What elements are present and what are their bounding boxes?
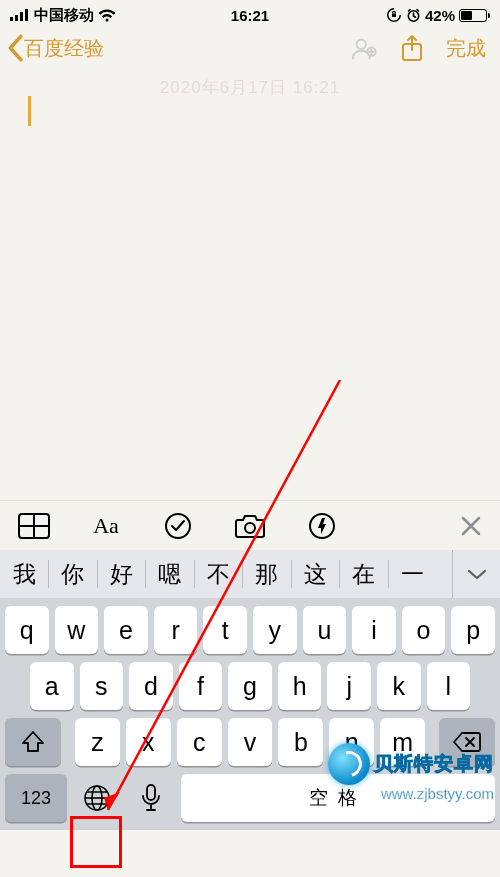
- candidate-word[interactable]: 我: [0, 559, 48, 590]
- note-date-hint: 2020年6月17日 16:21: [0, 74, 500, 99]
- candidate-word[interactable]: 不: [194, 559, 242, 590]
- portrait-lock-icon: [386, 7, 402, 23]
- chevron-left-icon: [6, 34, 24, 62]
- notes-toolbar: Aa: [0, 500, 500, 550]
- candidate-word[interactable]: 一: [388, 559, 436, 590]
- signal-icon: [10, 9, 30, 21]
- candidate-word[interactable]: 好: [97, 559, 145, 590]
- key-g[interactable]: g: [228, 662, 272, 710]
- key-c[interactable]: c: [177, 718, 222, 766]
- svg-point-12: [166, 514, 190, 538]
- key-s[interactable]: s: [80, 662, 124, 710]
- close-keyboard-icon[interactable]: [460, 515, 482, 537]
- collaborate-icon[interactable]: [350, 34, 378, 62]
- key-e[interactable]: e: [104, 606, 148, 654]
- svg-rect-3: [25, 9, 28, 21]
- key-n[interactable]: n: [329, 718, 374, 766]
- text-cursor: [28, 96, 31, 126]
- candidate-word[interactable]: 嗯: [146, 559, 194, 590]
- key-y[interactable]: y: [253, 606, 297, 654]
- camera-icon[interactable]: [234, 511, 266, 541]
- key-u[interactable]: u: [303, 606, 347, 654]
- svg-rect-4: [392, 14, 396, 18]
- key-p[interactable]: p: [451, 606, 495, 654]
- key-r[interactable]: r: [154, 606, 198, 654]
- svg-point-6: [357, 40, 366, 49]
- globe-key[interactable]: [73, 774, 121, 822]
- alarm-icon: [406, 8, 421, 23]
- key-l[interactable]: l: [427, 662, 471, 710]
- numbers-key[interactable]: 123: [5, 774, 67, 822]
- done-button[interactable]: 完成: [446, 35, 486, 62]
- share-icon[interactable]: [398, 34, 426, 62]
- key-z[interactable]: z: [75, 718, 120, 766]
- markup-icon[interactable]: [306, 511, 338, 541]
- battery-percent: 42%: [425, 7, 455, 24]
- key-v[interactable]: v: [228, 718, 273, 766]
- status-bar: 中国移动 16:21 42%: [0, 0, 500, 26]
- svg-rect-1: [15, 15, 18, 21]
- space-key[interactable]: 空格: [181, 774, 495, 822]
- nav-bar: 百度经验 完成: [0, 26, 500, 74]
- key-a[interactable]: a: [30, 662, 74, 710]
- key-x[interactable]: x: [126, 718, 171, 766]
- key-m[interactable]: m: [380, 718, 425, 766]
- svg-rect-0: [10, 17, 13, 21]
- candidate-word[interactable]: 那: [243, 559, 291, 590]
- wifi-icon: [98, 9, 116, 22]
- text-style-button[interactable]: Aa: [90, 511, 122, 541]
- key-k[interactable]: k: [377, 662, 421, 710]
- expand-candidates-button[interactable]: [452, 550, 500, 598]
- candidate-word[interactable]: 这: [291, 559, 339, 590]
- svg-rect-18: [147, 785, 155, 800]
- shift-key[interactable]: [5, 718, 61, 766]
- keyboard: 我你好嗯不那这在一 qwertyuiop asdfghjkl zxcvbnm 1…: [0, 550, 500, 830]
- note-editor[interactable]: 2020年6月17日 16:21: [0, 74, 500, 500]
- key-w[interactable]: w: [55, 606, 99, 654]
- key-d[interactable]: d: [129, 662, 173, 710]
- carrier-label: 中国移动: [34, 6, 94, 25]
- clock: 16:21: [231, 7, 269, 24]
- key-i[interactable]: i: [352, 606, 396, 654]
- key-b[interactable]: b: [278, 718, 323, 766]
- key-j[interactable]: j: [327, 662, 371, 710]
- dictation-key[interactable]: [127, 774, 175, 822]
- svg-rect-2: [20, 12, 23, 21]
- back-button[interactable]: 百度经验: [6, 34, 104, 62]
- key-o[interactable]: o: [402, 606, 446, 654]
- backspace-key[interactable]: [439, 718, 495, 766]
- battery-icon: [459, 9, 490, 22]
- table-icon[interactable]: [18, 511, 50, 541]
- candidate-word[interactable]: 在: [340, 559, 388, 590]
- checklist-icon[interactable]: [162, 511, 194, 541]
- candidate-bar: 我你好嗯不那这在一: [0, 550, 500, 598]
- key-q[interactable]: q: [5, 606, 49, 654]
- svg-point-13: [245, 523, 255, 533]
- key-h[interactable]: h: [278, 662, 322, 710]
- back-label: 百度经验: [24, 35, 104, 62]
- candidate-word[interactable]: 你: [49, 559, 97, 590]
- key-f[interactable]: f: [179, 662, 223, 710]
- key-t[interactable]: t: [203, 606, 247, 654]
